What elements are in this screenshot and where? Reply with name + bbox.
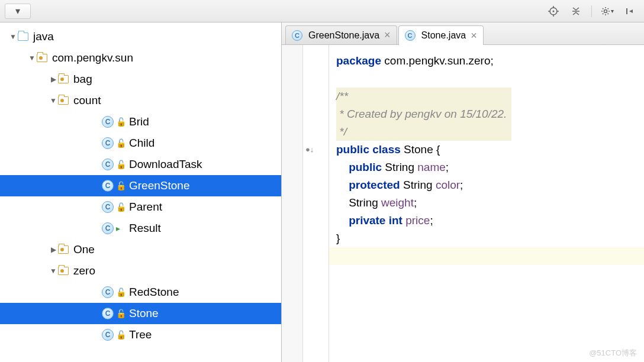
lock-icon: 🔓 <box>116 202 124 212</box>
svg-point-7 <box>604 9 607 12</box>
tree-label: bag <box>73 73 92 86</box>
project-toolbar: ▾ ▾ <box>0 0 644 22</box>
code-editor[interactable]: ●↓ package com.pengkv.sun.zero; /** * Cr… <box>282 45 644 362</box>
class-icon: C <box>102 180 114 192</box>
tab-stone[interactable]: C Stone.java × <box>398 25 484 45</box>
class-icon: C <box>102 201 114 213</box>
view-dropdown[interactable]: ▾ <box>5 4 31 19</box>
tree-label: Brid <box>129 115 149 128</box>
tab-label: Stone.java <box>421 30 466 41</box>
lock-icon: 🔓 <box>116 138 124 148</box>
run-icon: ▸ <box>116 224 124 233</box>
tree-pkg-count[interactable]: ▼ count <box>0 90 281 111</box>
tree-pkg-zero[interactable]: ▼ zero <box>0 260 281 282</box>
tree-label: One <box>73 243 95 256</box>
tree-class-tree[interactable]: C 🔓 Tree <box>0 324 281 345</box>
chevron-down-icon[interactable]: ▼ <box>27 54 37 62</box>
class-icon: C <box>102 329 114 341</box>
chevron-down-icon[interactable]: ▼ <box>49 267 58 275</box>
tree-pkg-bag[interactable]: ▶ bag <box>0 69 281 90</box>
lock-icon: 🔓 <box>116 309 124 318</box>
tree-class-stone[interactable]: C 🔓 Stone <box>0 303 281 324</box>
lock-icon: 🔓 <box>116 160 124 169</box>
hide-icon[interactable] <box>620 4 639 19</box>
tree-label: Parent <box>129 201 162 214</box>
target-icon[interactable] <box>544 4 563 19</box>
class-icon: C <box>102 159 114 170</box>
package-icon <box>58 75 69 83</box>
tree-label: count <box>73 94 101 107</box>
lock-icon: 🔓 <box>116 181 124 190</box>
tree-label: com.pengkv.sun <box>52 51 133 64</box>
close-icon[interactable]: × <box>383 29 392 41</box>
package-icon <box>58 96 69 105</box>
lock-icon: 🔓 <box>116 117 124 127</box>
package-icon <box>37 54 47 62</box>
lock-icon: 🔓 <box>116 330 124 340</box>
package-icon <box>58 267 69 275</box>
folder-icon <box>18 33 28 41</box>
editor-panel: C GreenStone.java × C Stone.java × ●↓ pa… <box>282 22 644 362</box>
tree-label: GreenStone <box>129 179 189 192</box>
tree-label: Stone <box>129 307 159 320</box>
chevron-right-icon[interactable]: ▶ <box>49 75 58 83</box>
tree-folder-java[interactable]: ▼ java <box>0 26 281 47</box>
class-icon: C <box>102 222 114 234</box>
tree-class-greenstone[interactable]: C 🔓 GreenStone <box>0 175 281 196</box>
editor-tabs: C GreenStone.java × C Stone.java × <box>282 22 644 45</box>
fold-gutter <box>282 45 303 362</box>
class-icon: C <box>292 30 302 41</box>
package-icon <box>58 245 69 254</box>
tree-class-result[interactable]: C ▸ Result <box>0 218 281 239</box>
tree-label: Result <box>129 222 161 235</box>
watermark: @51CTO博客 <box>589 348 637 358</box>
gear-icon[interactable]: ▾ <box>598 4 617 19</box>
class-icon: C <box>102 137 114 149</box>
main-split: ▼ java ▼ com.pengkv.sun ▶ bag ▼ count C … <box>0 22 644 362</box>
tree-label: DownloadTask <box>129 158 202 171</box>
tree-class-redstone[interactable]: C 🔓 RedStone <box>0 282 281 303</box>
class-icon: C <box>102 308 114 319</box>
override-marker-icon[interactable]: ●↓ <box>305 141 314 159</box>
svg-point-1 <box>553 10 555 12</box>
tree-label: Tree <box>129 328 152 341</box>
tree-label: java <box>33 30 54 43</box>
lock-icon: 🔓 <box>116 287 124 297</box>
tab-greenstone[interactable]: C GreenStone.java × <box>285 25 397 44</box>
collapse-icon[interactable] <box>566 4 585 19</box>
tree-label: RedStone <box>129 286 179 299</box>
tab-label: GreenStone.java <box>308 30 379 41</box>
chevron-down-icon[interactable]: ▼ <box>49 96 58 105</box>
marker-gutter: ●↓ <box>303 45 329 362</box>
chevron-down-icon[interactable]: ▼ <box>8 33 18 41</box>
close-icon[interactable]: × <box>469 30 478 42</box>
chevron-right-icon[interactable]: ▶ <box>49 245 58 254</box>
tree-label: Child <box>129 137 154 150</box>
tree-label: zero <box>73 264 95 277</box>
tree-class-child[interactable]: C 🔓 Child <box>0 132 281 154</box>
class-icon: C <box>102 116 114 128</box>
class-icon: C <box>405 30 416 41</box>
tree-pkg-one[interactable]: ▶ One <box>0 239 281 260</box>
tree-class-parent[interactable]: C 🔓 Parent <box>0 196 281 218</box>
caret-line <box>329 247 644 265</box>
tree-class-brid[interactable]: C 🔓 Brid <box>0 111 281 132</box>
project-tree[interactable]: ▼ java ▼ com.pengkv.sun ▶ bag ▼ count C … <box>0 22 282 362</box>
class-icon: C <box>102 286 114 298</box>
tree-pkg-sun[interactable]: ▼ com.pengkv.sun <box>0 47 281 69</box>
tree-class-download[interactable]: C 🔓 DownloadTask <box>0 154 281 175</box>
code-area[interactable]: package com.pengkv.sun.zero; /** * Creat… <box>329 45 644 362</box>
